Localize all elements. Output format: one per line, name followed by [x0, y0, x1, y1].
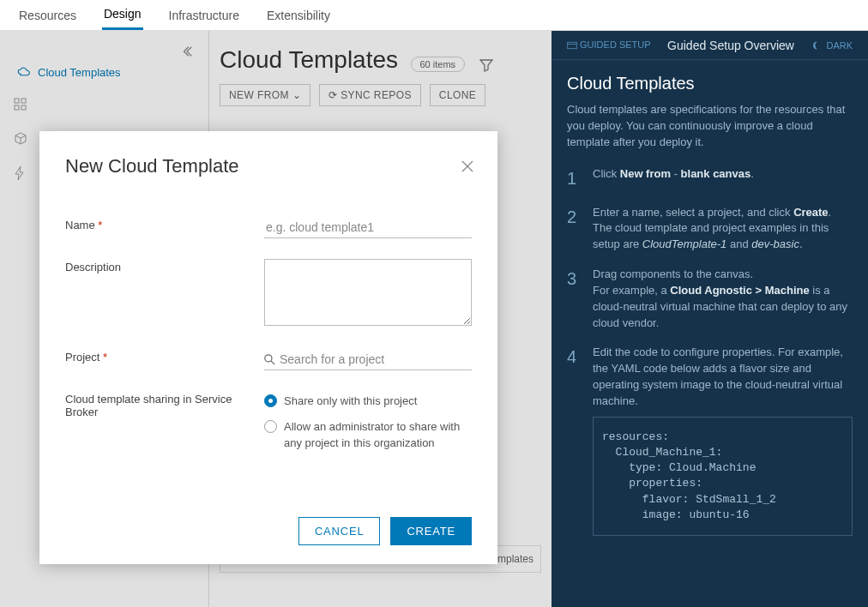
guided-setup-panel: GUIDED SETUP Guided Setup Overview DARK …	[552, 31, 868, 607]
filter-icon[interactable]	[479, 57, 493, 72]
cloud-templates-icon	[17, 65, 31, 80]
search-icon	[264, 352, 275, 365]
toolbar: NEW FROM ⌄ ⟳ SYNC REPOS CLONE	[220, 84, 541, 106]
tab-extensibility[interactable]: Extensibility	[265, 2, 332, 29]
label-description: Description	[65, 259, 264, 328]
radio-share-project[interactable]: Share only with this project	[264, 393, 472, 410]
item-count-pill: 60 items	[411, 57, 466, 72]
new-from-button[interactable]: NEW FROM ⌄	[220, 84, 310, 106]
svg-rect-2	[15, 105, 19, 110]
dark-mode-toggle[interactable]: DARK	[811, 39, 853, 51]
close-icon[interactable]	[461, 157, 473, 174]
sidebar-item-cloud-templates[interactable]: Cloud Templates	[9, 58, 200, 87]
svg-rect-4	[568, 42, 577, 49]
label-sharing: Cloud template sharing in Service Broker	[65, 391, 264, 460]
radio-icon-unselected	[264, 420, 277, 433]
svg-rect-3	[21, 105, 26, 110]
guide-blurb: Cloud templates are specifications for t…	[567, 102, 853, 151]
modal-title: New Cloud Template	[65, 155, 472, 177]
svg-rect-1	[21, 99, 26, 103]
description-textarea[interactable]	[264, 259, 472, 326]
guide-step-4: Edit the code to configure properties. F…	[567, 345, 853, 536]
guide-heading: Cloud Templates	[567, 74, 853, 93]
label-project: Project	[65, 349, 264, 370]
new-cloud-template-modal: New Cloud Template Name Description Proj…	[39, 131, 497, 564]
create-button[interactable]: CREATE	[390, 517, 472, 545]
guide-step-1: Click New from - blank canvas.	[567, 166, 853, 191]
collapse-sidebar-icon[interactable]	[9, 43, 200, 58]
guide-code-block: resources: Cloud_Machine_1: type: Cloud.…	[593, 417, 853, 536]
guided-setup-link[interactable]: GUIDED SETUP	[567, 39, 651, 51]
tab-design[interactable]: Design	[102, 0, 143, 30]
tab-resources[interactable]: Resources	[17, 2, 78, 29]
chevron-down-icon: ⌄	[292, 89, 301, 101]
radio-share-org[interactable]: Allow an administrator to share with any…	[264, 418, 472, 452]
page-title: Cloud Templates	[220, 46, 398, 74]
sidebar-item-label: Cloud Templates	[38, 66, 121, 79]
label-name: Name	[65, 217, 264, 238]
guide-step-2: Enter a name, select a project, and clic…	[567, 205, 853, 254]
guide-step-3: Drag components to the canvas.For exampl…	[567, 267, 853, 331]
radio-icon-selected	[264, 394, 277, 407]
cancel-button[interactable]: CANCEL	[298, 517, 381, 545]
top-nav: Resources Design Infrastructure Extensib…	[0, 0, 868, 31]
grid-icon[interactable]	[14, 97, 195, 112]
moon-icon	[811, 39, 821, 51]
name-input[interactable]	[264, 217, 472, 238]
sync-repos-button[interactable]: ⟳ SYNC REPOS	[319, 84, 421, 106]
project-search-input[interactable]	[264, 349, 472, 370]
guided-overview-title: Guided Setup Overview	[667, 39, 794, 52]
svg-rect-0	[15, 99, 19, 103]
clone-button[interactable]: CLONE	[430, 84, 485, 106]
svg-point-5	[265, 355, 272, 362]
tab-infrastructure[interactable]: Infrastructure	[167, 2, 241, 29]
guide-steps: Click New from - blank canvas. Enter a n…	[567, 166, 853, 536]
sync-icon: ⟳	[329, 89, 337, 101]
